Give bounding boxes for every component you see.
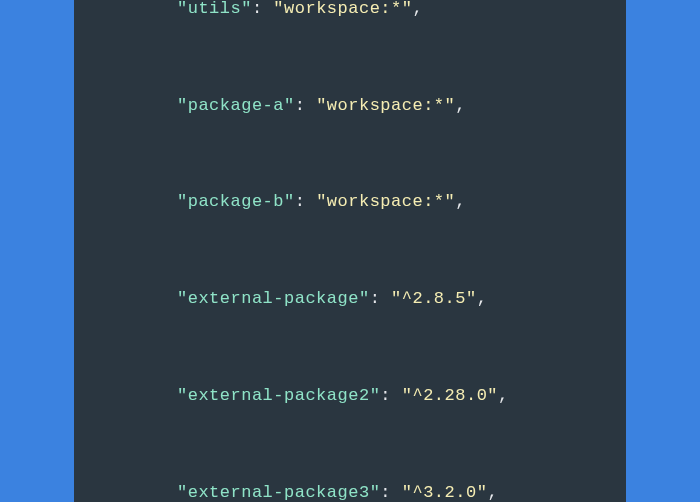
json-value: "^2.28.0" — [402, 386, 498, 405]
json-key: "package-b" — [177, 192, 295, 211]
code-line-entry: "external-package3": "^3.2.0", — [126, 477, 574, 502]
json-key: "utils" — [177, 0, 252, 18]
colon: : — [252, 0, 273, 18]
json-value: "workspace:*" — [273, 0, 412, 18]
json-value: "^2.8.5" — [391, 289, 477, 308]
json-key: "package-a" — [177, 96, 295, 115]
colon: : — [295, 192, 316, 211]
colon: : — [370, 289, 391, 308]
json-key: "external-package" — [177, 289, 370, 308]
code-line-entry: "external-package2": "^2.28.0", — [126, 380, 574, 412]
comma: , — [477, 289, 488, 308]
colon: : — [295, 96, 316, 115]
json-value: "^3.2.0" — [402, 483, 488, 502]
comma: , — [412, 0, 423, 18]
json-key: "external-package3" — [177, 483, 380, 502]
comma: , — [455, 96, 466, 115]
json-value: "workspace:*" — [316, 192, 455, 211]
colon: : — [380, 483, 401, 502]
json-key: "external-package2" — [177, 386, 380, 405]
code-block: "dependencies": { "utils": "workspace:*"… — [126, 0, 574, 502]
comma: , — [455, 192, 466, 211]
code-line-entry: "package-a": "workspace:*", — [126, 90, 574, 122]
json-value: "workspace:*" — [316, 96, 455, 115]
code-line-entry: "utils": "workspace:*", — [126, 0, 574, 25]
code-line-entry: "external-package": "^2.8.5", — [126, 283, 574, 315]
code-card: "dependencies": { "utils": "workspace:*"… — [74, 0, 626, 502]
comma: , — [487, 483, 498, 502]
comma: , — [498, 386, 509, 405]
code-line-entry: "package-b": "workspace:*", — [126, 186, 574, 218]
colon: : — [380, 386, 401, 405]
